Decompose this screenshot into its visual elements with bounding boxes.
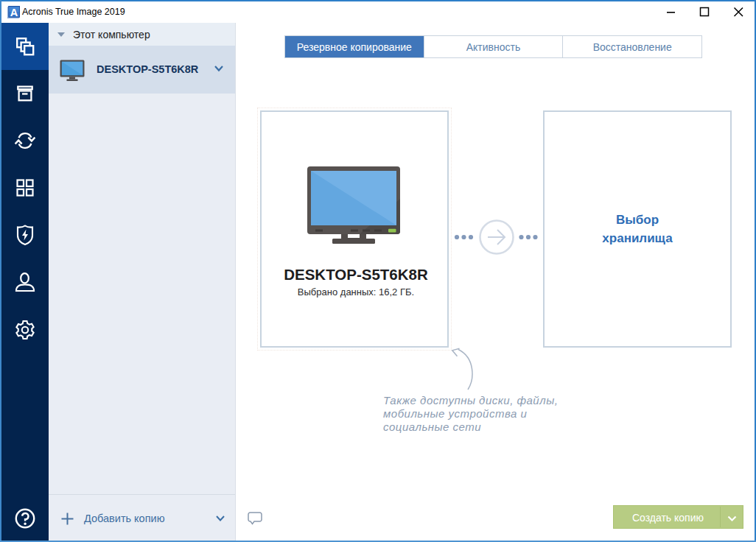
svg-text:A: A (10, 7, 18, 18)
